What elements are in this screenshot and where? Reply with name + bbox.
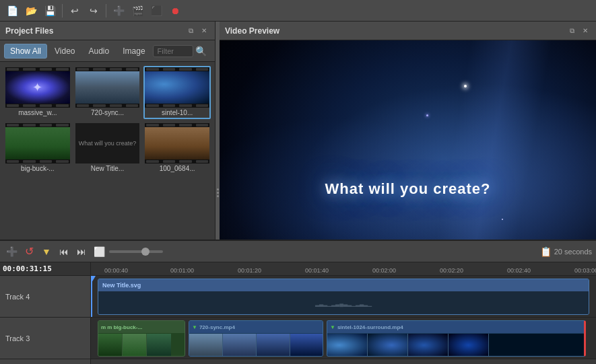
duration-label: 📋 20 seconds: [540, 246, 592, 257]
notch: [146, 124, 158, 126]
clip-body-sintel: [327, 333, 584, 357]
clip-label-sintel: sintel-1024-surround.mp4: [337, 324, 403, 330]
notch: [179, 104, 191, 107]
playhead-head-track4: [91, 276, 96, 283]
notch: [110, 104, 122, 107]
media-item-massive[interactable]: ✦ massive_w...: [4, 66, 71, 119]
film-strip: ✦: [5, 67, 70, 108]
notch: [163, 104, 175, 107]
clip-label-bigbuck: m: [101, 324, 106, 330]
ruler-label-120: 00:01:20: [238, 267, 261, 274]
notch: [196, 68, 208, 71]
notch: [56, 68, 68, 71]
clip-header-sintel: ▼ sintel-1024-surround.mp4: [327, 321, 584, 333]
notch: [146, 104, 158, 107]
import-button[interactable]: 🎬: [129, 3, 145, 19]
add-button[interactable]: ➕: [110, 3, 127, 19]
sintel-clip[interactable]: ▼ sintel-1024-surround.mp4: [327, 320, 586, 357]
notch: [93, 68, 105, 71]
razor-button[interactable]: ⬜: [92, 244, 106, 259]
duration-icon: 📋: [540, 246, 552, 257]
thumb-content: [5, 127, 70, 159]
clip-body-bigbuck: [98, 333, 185, 357]
tab-audio[interactable]: Audio: [83, 44, 116, 59]
remove-track-button[interactable]: ↺: [22, 244, 36, 259]
media-item-bigbuck[interactable]: big-buck-...: [4, 122, 71, 175]
720sync-clip[interactable]: ▼ 720-sync.mp4: [189, 320, 323, 357]
clip-thumb1: [189, 334, 223, 357]
thumb-content: [145, 127, 209, 159]
ruler-label-300: 00:03:00: [574, 267, 596, 274]
preview-header: Video Preview ⧉ ✕: [220, 22, 596, 40]
new-title-clip[interactable]: New Title.svg ▂▃▂▁▂▃▄▃▂▁▂▃▂▁: [98, 279, 589, 315]
notch: [196, 160, 208, 163]
media-thumb-newtitle: What will you create?: [75, 123, 140, 163]
notch: [56, 104, 68, 107]
notch: [126, 68, 138, 71]
notch: [93, 104, 105, 107]
track4-row: New Title.svg ▂▃▂▁▂▃▄▃▂▁▂▃▂▁: [91, 276, 596, 318]
media-item-sintel[interactable]: sintel-10...: [143, 66, 211, 119]
notches-bottom: [5, 104, 70, 108]
ruler-label-220: 00:02:20: [440, 267, 463, 274]
notch: [126, 104, 138, 107]
thumb-content: [145, 71, 209, 104]
notch: [110, 68, 122, 71]
float-button[interactable]: ⧉: [185, 26, 196, 36]
tab-video[interactable]: Video: [48, 44, 81, 59]
next-frame-button[interactable]: ⏭: [74, 244, 89, 259]
clip-thumb2: [368, 334, 408, 357]
notch: [7, 124, 19, 126]
resize-dot: [217, 192, 219, 194]
filter-clear-button[interactable]: 🔍: [195, 44, 208, 58]
filter-tabs: Show All Video Audio Image 🔍: [0, 40, 215, 62]
notch: [163, 124, 175, 126]
thumb-content: What will you create?: [75, 123, 140, 163]
notches-bottom: [75, 104, 140, 108]
clip-thumb1: [327, 334, 368, 357]
bigbuck-clip[interactable]: m m big-buck-...: [98, 320, 185, 357]
snap-button[interactable]: ▼: [39, 244, 54, 259]
resize-dot: [217, 188, 219, 190]
ruler-label-200: 00:02:00: [372, 267, 396, 274]
thumb-icon: ✦: [32, 80, 42, 95]
media-thumb-bigbuck: [5, 123, 70, 163]
playhead-track4: [91, 276, 92, 317]
media-item-newtitle[interactable]: What will you create? New Title...: [74, 122, 141, 175]
close-preview-button[interactable]: ✕: [580, 26, 591, 36]
notch: [196, 124, 208, 126]
notch: [40, 68, 52, 71]
close-panel-button[interactable]: ✕: [199, 26, 209, 36]
header-icons: ⧉ ✕: [185, 26, 209, 36]
add-track-button[interactable]: ➕: [4, 244, 19, 259]
float-preview-button[interactable]: ⧉: [566, 26, 577, 36]
notch: [77, 104, 89, 107]
open-button[interactable]: 📂: [23, 3, 39, 19]
notch: [56, 124, 68, 126]
zoom-slider[interactable]: [109, 250, 163, 253]
filter-input[interactable]: [153, 45, 193, 57]
clip-header-bigbuck: m m big-buck-...: [98, 321, 185, 333]
track3-row: m m big-buck-... ▼ 720-sync: [91, 318, 596, 359]
media-item-100_0684[interactable]: 100_0684...: [143, 122, 211, 175]
notch: [7, 68, 19, 71]
preview-header-icons: ⧉ ✕: [566, 26, 591, 36]
ruler-label-240: 00:02:40: [507, 267, 531, 274]
separator-2: [106, 4, 106, 17]
export-button[interactable]: ⬛: [148, 3, 164, 19]
save-button[interactable]: 💾: [42, 3, 58, 19]
clip-thumb3: [257, 334, 290, 357]
prev-frame-button[interactable]: ⏮: [57, 244, 71, 259]
redo-button[interactable]: ↪: [86, 3, 102, 19]
tab-show-all[interactable]: Show All: [4, 44, 47, 59]
track4-label-text: Track 4: [5, 293, 30, 301]
notch: [77, 68, 89, 71]
record-button[interactable]: ⏺: [167, 3, 183, 19]
notch: [7, 104, 19, 107]
media-thumb-massive: ✦: [5, 67, 70, 108]
zoom-thumb[interactable]: [141, 248, 150, 256]
new-button[interactable]: 📄: [4, 3, 20, 19]
undo-button[interactable]: ↩: [67, 3, 83, 19]
tab-image[interactable]: Image: [117, 44, 151, 59]
media-item-720sync[interactable]: 720-sync...: [74, 66, 141, 119]
